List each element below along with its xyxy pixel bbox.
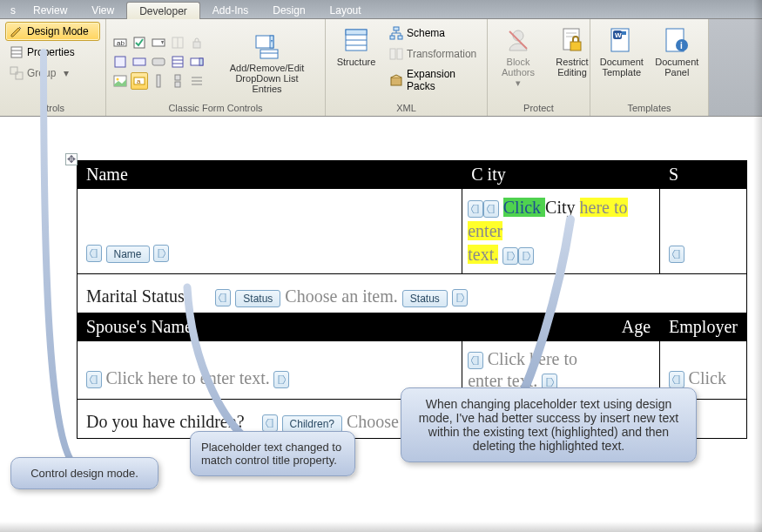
group-xml: Structure Schema Transformation Expansio… — [326, 19, 488, 116]
header-employer: Employer — [660, 313, 747, 341]
tag-end-icon[interactable] — [518, 247, 534, 265]
document-panel-button[interactable]: i DocumentPanel — [651, 22, 704, 78]
tag-start-icon[interactable] — [86, 245, 102, 262]
cell-city[interactable]: Click City here to enter text. — [462, 189, 660, 274]
employer-placeholder[interactable]: Click — [689, 368, 726, 387]
svg-rect-3 — [10, 67, 17, 74]
marital-status-row: Marital Status: Status Choose an item. S… — [78, 274, 747, 313]
svg-rect-19 — [199, 58, 203, 65]
tag-start-icon[interactable] — [468, 352, 483, 369]
tab-layout[interactable]: Layout — [318, 2, 374, 18]
svg-point-21 — [117, 77, 119, 80]
expansion-packs-button[interactable]: Expansion Packs — [385, 65, 482, 95]
properties-button[interactable]: Properties — [5, 43, 100, 62]
svg-rect-11 — [193, 42, 200, 48]
activex-more-icon[interactable] — [188, 72, 206, 90]
shadow-bottom — [0, 522, 762, 532]
tag-start-icon[interactable] — [215, 289, 231, 306]
tag-start-icon[interactable] — [262, 414, 278, 432]
restrict-l1: Restrict — [556, 57, 588, 67]
shadow-right — [753, 0, 762, 532]
group-menu-button[interactable]: Group ▾ — [5, 64, 100, 83]
tab-review[interactable]: Review — [21, 2, 79, 18]
svg-text:W: W — [615, 31, 622, 39]
activex-scrollbar-icon[interactable] — [150, 72, 167, 90]
transformation-button[interactable]: Transformation — [385, 44, 482, 64]
svg-rect-40 — [391, 77, 401, 85]
marital-label: Marital Status: — [86, 286, 189, 306]
cell-s[interactable] — [660, 189, 747, 274]
tag-start-icon[interactable] — [669, 371, 684, 388]
content-control-status-end[interactable]: Status — [402, 290, 448, 307]
tab-design[interactable]: Design — [260, 2, 317, 18]
legacy-checkbox-icon[interactable] — [131, 34, 148, 51]
status-placeholder[interactable]: Choose an item. — [285, 286, 397, 306]
block-authors-button[interactable]: BlockAuthors ▾ — [493, 22, 543, 89]
tag-start-icon[interactable] — [483, 200, 499, 218]
content-control-name[interactable]: Name — [106, 246, 150, 263]
structure-button[interactable]: Structure — [331, 22, 381, 68]
tab-developer[interactable]: Developer — [126, 2, 200, 19]
tag-start-icon[interactable] — [468, 200, 483, 218]
legacy-lock-icon[interactable] — [188, 34, 206, 51]
table-move-handle-icon[interactable]: ✥ — [65, 153, 78, 165]
tab-view[interactable]: View — [79, 2, 126, 18]
svg-text:ab: ab — [117, 39, 125, 47]
tab-addins[interactable]: Add-Ins — [200, 2, 260, 18]
activex-checkbox-icon[interactable] — [111, 53, 129, 71]
activex-image-icon[interactable] — [111, 72, 129, 90]
group-xml-label: XML — [331, 101, 482, 116]
group-templates: W DocumentTemplate i DocumentPanel Templ… — [590, 19, 709, 116]
content-control-status-start[interactable]: Status — [235, 290, 280, 307]
tag-start-icon[interactable] — [669, 246, 684, 263]
svg-rect-13 — [133, 58, 145, 65]
transformation-label: Transformation — [407, 48, 476, 60]
dropdown-list-entries-button[interactable]: Add/Remove/EditDropDown List Entries — [214, 28, 320, 95]
spouse-placeholder[interactable]: Click here to enter text. — [106, 368, 270, 387]
chevron-down-icon: ▾ — [59, 66, 73, 80]
legacy-textfield-icon[interactable]: ab — [111, 34, 129, 51]
header-s: S — [660, 161, 747, 189]
svg-rect-0 — [11, 47, 22, 57]
activex-combobox-icon[interactable] — [188, 53, 206, 71]
activex-listbox-icon[interactable] — [169, 53, 186, 71]
svg-rect-24 — [157, 75, 160, 87]
svg-rect-36 — [390, 36, 394, 39]
svg-rect-14 — [152, 58, 165, 65]
activex-textbox-icon[interactable] — [131, 53, 148, 71]
tag-end-icon[interactable] — [502, 247, 518, 265]
dropdown-entries-l2: DropDown List Entries — [235, 73, 298, 94]
tag-start-icon[interactable] — [86, 371, 102, 388]
callout-design-mode: Control design mode. — [10, 457, 158, 489]
design-mode-button[interactable]: Design Mode — [5, 22, 100, 41]
content-control-children[interactable]: Children? — [282, 415, 342, 433]
tag-end-icon[interactable] — [452, 289, 468, 306]
svg-text:i: i — [680, 41, 683, 51]
document-template-button[interactable]: W DocumentTemplate — [596, 22, 648, 78]
restrict-editing-icon — [558, 26, 586, 54]
restrict-l2: Editing — [557, 67, 587, 77]
doc-template-l2: Template — [602, 67, 641, 77]
tag-end-icon[interactable] — [273, 371, 289, 388]
svg-rect-4 — [16, 72, 23, 79]
transformation-icon — [389, 47, 403, 61]
activex-spin-icon[interactable] — [169, 72, 186, 90]
tag-end-icon[interactable] — [153, 245, 169, 262]
block-authors-l2: Authors — [502, 67, 535, 77]
block-authors-icon — [504, 26, 532, 54]
legacy-frameset-icon[interactable] — [169, 34, 186, 51]
schema-button[interactable]: Schema — [385, 24, 482, 43]
activex-button-icon[interactable] — [150, 53, 167, 71]
dropdown-entries-l1: Add/Remove/Edit — [230, 63, 305, 73]
activex-label-icon[interactable]: a — [131, 72, 148, 90]
age-placeholder-l1[interactable]: Click here to — [488, 349, 577, 368]
group-controls-label: ntrols — [5, 101, 100, 116]
tab-partial-left[interactable]: s — [5, 2, 21, 18]
svg-text:a: a — [137, 77, 141, 85]
cell-name[interactable]: Name — [78, 189, 462, 274]
svg-rect-32 — [346, 30, 367, 35]
city-text2: text. — [468, 245, 498, 264]
legacy-dropdown-icon[interactable] — [150, 34, 167, 51]
design-mode-icon — [10, 24, 24, 38]
classic-controls-grid: ab a — [111, 34, 206, 90]
